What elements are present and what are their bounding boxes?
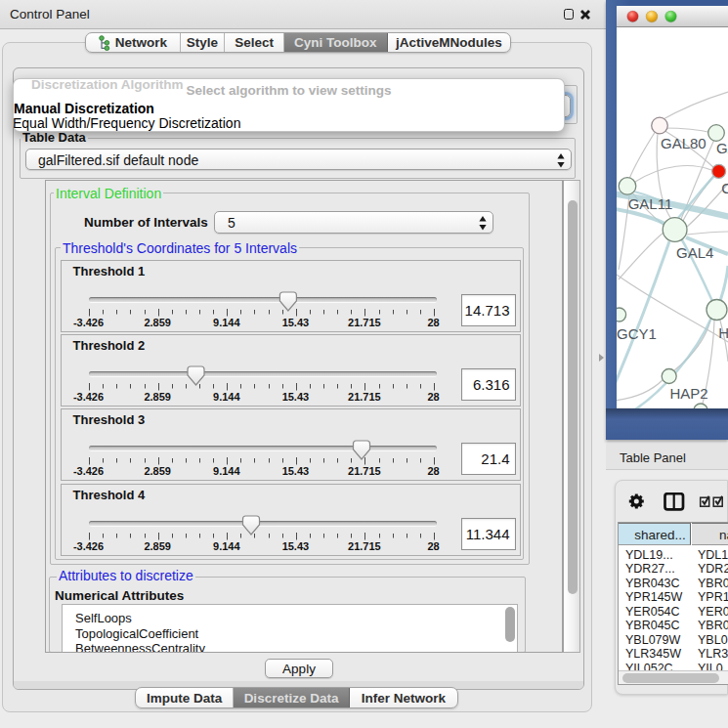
svg-text:H: H [718, 324, 728, 341]
svg-text:GCY1: GCY1 [617, 325, 657, 342]
svg-text:HAP2: HAP2 [669, 385, 707, 402]
svg-text:GAL80: GAL80 [661, 135, 707, 151]
svg-text:GAL11: GAL11 [628, 195, 673, 212]
svg-text:GAL4: GAL4 [676, 244, 713, 261]
svg-text:GA: GA [716, 140, 728, 156]
svg-text:CY: CY [721, 180, 728, 196]
